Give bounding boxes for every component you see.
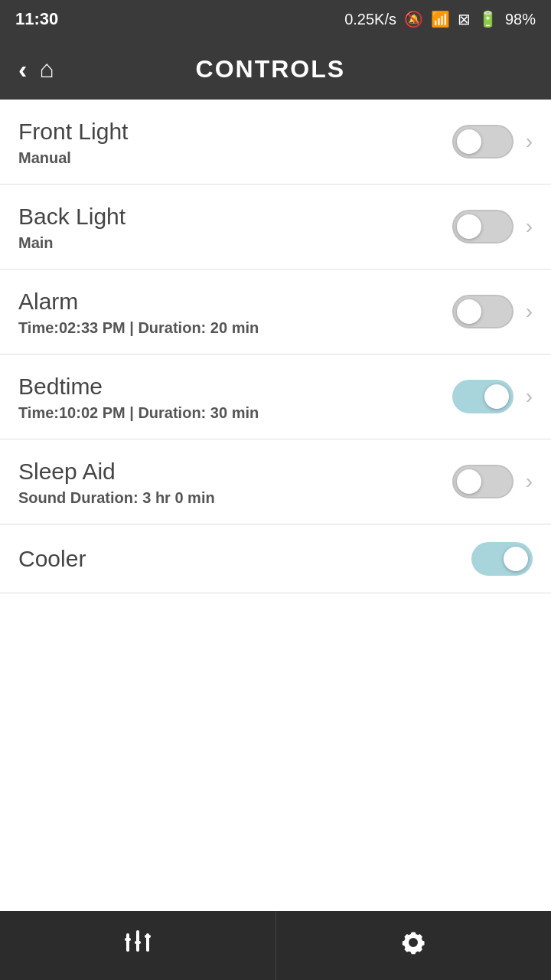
cooler-title: Cooler: [18, 544, 471, 573]
front-light-controls: ›: [452, 125, 533, 158]
battery-icon: 🔋: [478, 10, 497, 28]
alarm-toggle-thumb: [457, 299, 481, 324]
front-light-chevron-icon[interactable]: ›: [526, 129, 533, 154]
control-row-back-light: Back LightMain›: [0, 185, 551, 270]
controls-list: Front LightManual›Back LightMain›AlarmTi…: [0, 100, 551, 911]
bedtime-title: Bedtime: [18, 371, 452, 401]
bedtime-controls: ›: [452, 380, 533, 413]
status-time: 11:30: [15, 9, 58, 29]
svg-point-6: [410, 939, 416, 946]
nav-controls-button[interactable]: [0, 911, 276, 980]
svg-rect-3: [135, 941, 141, 944]
header: ‹ ⌂ CONTROLS: [0, 38, 551, 100]
back-light-text: Back LightMain: [18, 201, 452, 252]
alarm-subtitle: Time:02:33 PM | Duration: 20 min: [18, 319, 452, 337]
battery-percent: 98%: [505, 11, 536, 28]
control-row-sleep-aid: Sleep AidSound Duration: 3 hr 0 min›: [0, 439, 551, 524]
sleep-aid-toggle[interactable]: [452, 465, 514, 498]
home-button[interactable]: ⌂: [39, 55, 54, 83]
sim-icon: ⊠: [458, 10, 471, 28]
cooler-text: Cooler: [18, 544, 471, 573]
cooler-controls: [471, 542, 533, 576]
bottom-nav: [0, 911, 551, 980]
alarm-title: Alarm: [18, 286, 452, 316]
front-light-toggle[interactable]: [452, 125, 514, 158]
front-light-title: Front Light: [18, 116, 452, 146]
control-row-cooler: Cooler: [0, 524, 551, 593]
alarm-text: AlarmTime:02:33 PM | Duration: 20 min: [18, 286, 452, 337]
sleep-aid-subtitle: Sound Duration: 3 hr 0 min: [18, 489, 452, 507]
alarm-toggle[interactable]: [452, 295, 514, 328]
control-row-alarm: AlarmTime:02:33 PM | Duration: 20 min›: [0, 270, 551, 354]
bedtime-toggle-track: [452, 380, 514, 413]
front-light-subtitle: Manual: [18, 149, 452, 167]
wifi-icon: 📶: [431, 10, 450, 28]
cooler-toggle-track: [471, 542, 533, 576]
sleep-aid-controls: ›: [452, 465, 533, 498]
back-light-controls: ›: [452, 210, 533, 243]
svg-rect-0: [126, 933, 129, 952]
svg-rect-5: [145, 935, 151, 938]
nav-settings-button[interactable]: [276, 911, 552, 980]
front-light-text: Front LightManual: [18, 116, 452, 167]
alarm-toggle-track: [452, 295, 514, 328]
back-button[interactable]: ‹: [18, 54, 27, 84]
front-light-toggle-track: [452, 125, 514, 158]
cooler-toggle-thumb: [504, 547, 528, 571]
back-light-title: Back Light: [18, 201, 452, 231]
back-light-toggle-track: [452, 210, 514, 243]
sleep-aid-text: Sleep AidSound Duration: 3 hr 0 min: [18, 456, 452, 507]
control-row-front-light: Front LightManual›: [0, 100, 551, 185]
front-light-toggle-thumb: [457, 129, 481, 154]
status-bar: 11:30 0.25K/s 🔕 📶 ⊠ 🔋 98%: [0, 0, 551, 38]
alarm-chevron-icon[interactable]: ›: [526, 299, 533, 324]
sleep-aid-chevron-icon[interactable]: ›: [526, 469, 533, 494]
header-nav: ‹ ⌂: [18, 54, 54, 84]
sleep-aid-title: Sleep Aid: [18, 456, 452, 486]
sleep-aid-toggle-track: [452, 465, 514, 498]
status-right: 0.25K/s 🔕 📶 ⊠ 🔋 98%: [344, 10, 536, 28]
network-speed: 0.25K/s: [344, 11, 396, 28]
settings-gear-icon: [398, 927, 429, 964]
svg-rect-1: [125, 938, 131, 941]
cooler-toggle[interactable]: [471, 542, 533, 576]
back-light-subtitle: Main: [18, 234, 452, 252]
bedtime-chevron-icon[interactable]: ›: [526, 384, 533, 409]
bedtime-text: BedtimeTime:10:02 PM | Duration: 30 min: [18, 371, 452, 422]
sleep-aid-toggle-thumb: [457, 469, 481, 494]
bedtime-toggle[interactable]: [452, 380, 514, 413]
back-light-toggle[interactable]: [452, 210, 514, 243]
sliders-icon: [122, 927, 153, 964]
back-light-toggle-thumb: [457, 214, 481, 239]
bedtime-subtitle: Time:10:02 PM | Duration: 30 min: [18, 404, 452, 422]
page-title: CONTROLS: [70, 55, 471, 83]
alarm-icon: 🔕: [404, 10, 423, 28]
back-light-chevron-icon[interactable]: ›: [526, 214, 533, 239]
bedtime-toggle-thumb: [484, 384, 509, 409]
control-row-bedtime: BedtimeTime:10:02 PM | Duration: 30 min›: [0, 354, 551, 439]
alarm-controls: ›: [452, 295, 533, 328]
